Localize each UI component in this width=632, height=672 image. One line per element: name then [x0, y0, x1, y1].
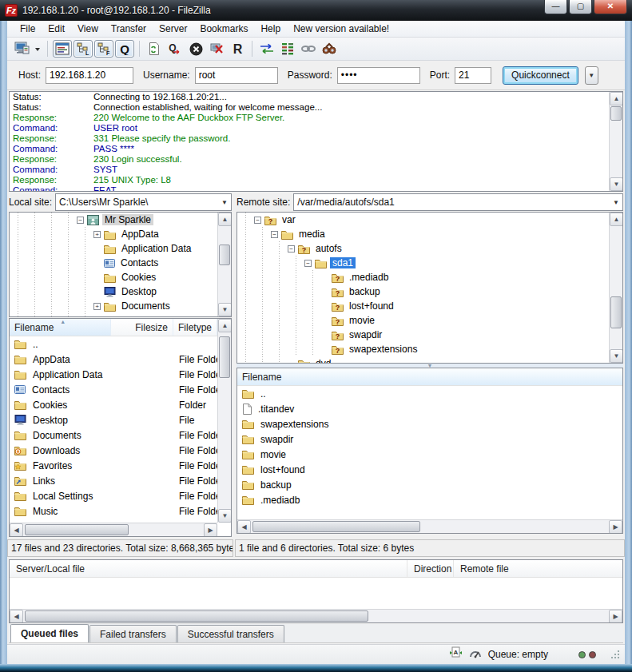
column-header-server-local-file[interactable]: Server/Local file	[10, 560, 407, 577]
password-input[interactable]	[337, 67, 420, 84]
refresh-icon[interactable]	[145, 40, 164, 58]
menu-item-edit[interactable]: Edit	[42, 22, 71, 36]
scroll-right-arrow-icon[interactable]: ▶	[609, 520, 622, 534]
synchronized-browsing-icon[interactable]	[299, 40, 318, 58]
disconnect-icon[interactable]	[207, 40, 226, 58]
quickconnect-button[interactable]: Quickconnect	[503, 66, 578, 85]
find-files-icon[interactable]	[320, 40, 339, 58]
remote-tree-item-dvd[interactable]: ?dvd	[237, 356, 609, 364]
local-tree-item-appdata[interactable]: +AppData	[10, 227, 217, 241]
local-tree-item-cookies[interactable]: Cookies	[10, 270, 217, 284]
scroll-down-arrow-icon[interactable]: ▼	[610, 349, 623, 363]
local-file-row-documents[interactable]: DocumentsFile Folder	[10, 427, 217, 443]
remote-file-row--[interactable]: ..	[237, 386, 622, 401]
remote-tree-item-media[interactable]: −media	[237, 227, 609, 241]
remote-file-row-movie[interactable]: movie	[237, 447, 622, 462]
column-header-filename[interactable]: Filename▲	[10, 319, 111, 336]
local-file-row-application-data[interactable]: Application DataFile Folder	[10, 367, 217, 382]
local-file-row-downloads[interactable]: DownloadsFile Folder	[10, 443, 217, 458]
remote-tree-item-sda1[interactable]: −sda1	[237, 256, 609, 270]
menu-item-server[interactable]: Server	[153, 22, 193, 36]
remote-file-row-swapextensions[interactable]: swapextensions	[237, 416, 622, 431]
scroll-left-arrow-icon[interactable]: ◀	[10, 610, 23, 623]
site-manager-caret-icon[interactable]	[33, 40, 42, 58]
cancel-icon[interactable]	[186, 40, 205, 58]
scrollbar-thumb[interactable]	[610, 296, 622, 328]
menu-item-view[interactable]: View	[71, 22, 105, 36]
menu-item-transfer[interactable]: Transfer	[105, 22, 153, 36]
message-log-vscrollbar[interactable]: ▲ ▼	[609, 92, 622, 191]
remote-tree-item--mediadb[interactable]: ?.mediadb	[237, 270, 609, 284]
local-file-row-local-settings[interactable]: Local SettingsFile Folder	[10, 488, 217, 503]
column-header-filesize[interactable]: Filesize	[111, 319, 173, 336]
scroll-right-arrow-icon[interactable]: ▶	[609, 610, 622, 623]
scrollbar-thumb[interactable]	[25, 610, 368, 622]
remote-file-row-swapdir[interactable]: swapdir	[237, 431, 622, 447]
scroll-down-arrow-icon[interactable]: ▼	[218, 303, 232, 316]
scroll-left-arrow-icon[interactable]: ◀	[237, 520, 251, 534]
scroll-up-arrow-icon[interactable]: ▲	[218, 213, 232, 226]
toggle-message-log-icon[interactable]	[53, 40, 72, 58]
comparison-list-icon[interactable]	[278, 40, 297, 58]
menu-item-bookmarks[interactable]: Bookmarks	[193, 22, 254, 36]
local-tree-vscrollbar[interactable]: ▲ ▼	[217, 213, 231, 316]
remote-file-row--mediadb[interactable]: .mediadb	[237, 492, 622, 507]
remote-tree-item-autofs[interactable]: −?autofs	[237, 241, 609, 256]
scroll-left-arrow-icon[interactable]: ◀	[10, 523, 23, 537]
tab-successful-transfers[interactable]: Successful transfers	[177, 625, 284, 642]
remote-list-hscrollbar[interactable]: ◀ ▶	[237, 519, 622, 533]
local-tree-item-downloads[interactable]: +Downloads	[10, 313, 217, 317]
local-file-row-cookies[interactable]: CookiesFolder	[10, 397, 217, 412]
expand-expander-icon[interactable]: +	[93, 231, 101, 238]
minimize-button[interactable]: —	[544, 0, 567, 14]
resize-grip[interactable]	[610, 650, 620, 659]
column-header-direction[interactable]: Direction	[407, 560, 454, 577]
scrollbar-thumb[interactable]	[610, 106, 622, 121]
remote-tree-item-swapdir[interactable]: ?swapdir	[237, 328, 609, 342]
remote-tree-vscrollbar[interactable]: ▲ ▼	[609, 213, 622, 363]
scrollbar-thumb[interactable]	[219, 336, 230, 378]
toggle-remote-tree-icon[interactable]: F	[94, 40, 113, 58]
local-tree-item-documents[interactable]: +Documents	[10, 299, 217, 313]
remote-site-combo[interactable]: /var/media/autofs/sda1 ▼	[293, 193, 623, 211]
local-file-row-appdata[interactable]: AppDataFile Folder	[10, 352, 217, 367]
site-manager-icon[interactable]	[12, 40, 31, 58]
directory-comparison-icon[interactable]	[257, 40, 276, 58]
toggle-queue-icon[interactable]: Q	[115, 40, 134, 58]
local-tree-item-application-data[interactable]: Application Data	[10, 241, 217, 256]
remote-file-row--titandev[interactable]: .titandev	[237, 401, 622, 416]
scroll-up-arrow-icon[interactable]: ▲	[218, 319, 232, 332]
reconnect-icon[interactable]: R	[228, 40, 247, 58]
column-header-filetype[interactable]: Filetype	[173, 319, 217, 336]
scrollbar-thumb[interactable]	[219, 245, 230, 265]
remote-tree-item-swapextensions[interactable]: ?swapextensions	[237, 342, 609, 356]
tab-queued-files[interactable]: Queued files	[10, 624, 89, 642]
quickconnect-dropdown-button[interactable]: ▼	[585, 66, 598, 85]
local-site-combo[interactable]: C:\Users\Mr Sparkle\ ▼	[55, 193, 232, 211]
menu-item-file[interactable]: File	[14, 22, 42, 36]
local-tree-item-mr-sparkle[interactable]: −Mr Sparkle	[10, 213, 217, 227]
collapse-expander-icon[interactable]: −	[254, 217, 261, 224]
scroll-up-arrow-icon[interactable]: ▲	[610, 92, 623, 105]
remote-tree-item-var[interactable]: −?var	[237, 213, 609, 227]
local-file-row-contacts[interactable]: ContactsFile Folder	[10, 382, 217, 397]
local-list-vscrollbar[interactable]: ▲ ▼	[217, 319, 231, 523]
transfer-type-icon[interactable]: A	[449, 646, 463, 662]
queue-hscrollbar[interactable]: ◀ ▶	[10, 609, 622, 622]
collapse-expander-icon[interactable]: −	[271, 231, 278, 238]
menu-item-help[interactable]: Help	[254, 22, 287, 36]
close-button[interactable]: ✕	[594, 0, 627, 14]
local-file-row-links[interactable]: LinksFile Folder	[10, 473, 217, 488]
scroll-down-arrow-icon[interactable]: ▼	[610, 177, 623, 191]
remote-file-row-backup[interactable]: backup	[237, 477, 622, 492]
speed-limit-icon[interactable]	[469, 648, 482, 662]
local-file-row-favorites[interactable]: FavoritesFile Folder	[10, 458, 217, 473]
expand-expander-icon[interactable]: +	[93, 303, 101, 310]
local-list-hscrollbar[interactable]: ◀ ▶	[10, 523, 217, 536]
host-input[interactable]	[46, 67, 133, 84]
remote-tree-item-movie[interactable]: ?movie	[237, 313, 609, 328]
local-file-row-desktop[interactable]: DesktopFile	[10, 412, 217, 427]
scrollbar-thumb[interactable]	[252, 521, 420, 532]
menu-item-new-version-available[interactable]: New version available!	[287, 22, 395, 36]
chevron-down-icon[interactable]: ▼	[221, 199, 228, 206]
